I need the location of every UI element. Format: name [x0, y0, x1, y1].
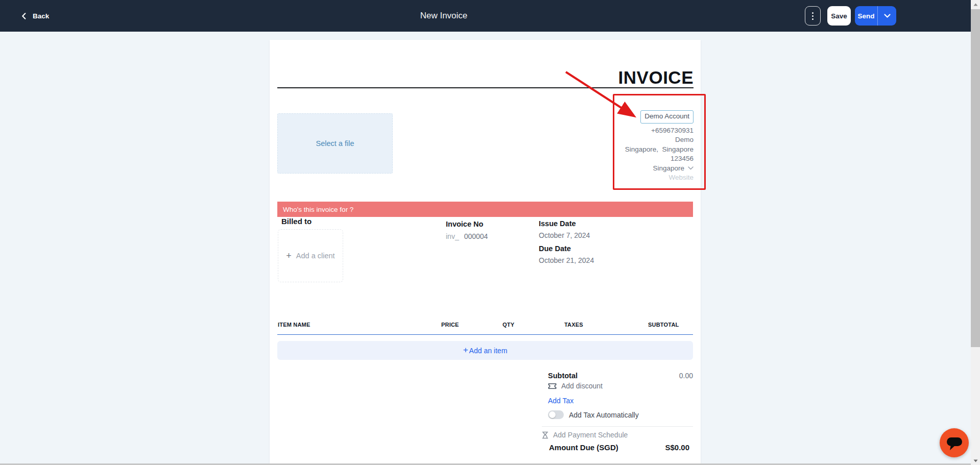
- horizontal-scrollbar[interactable]: [0, 463, 971, 465]
- add-tax-auto-row: Add Tax Automatically: [548, 410, 693, 419]
- issue-date-label: Issue Date: [539, 219, 576, 228]
- ticket-icon: [548, 383, 557, 389]
- hourglass-icon: [542, 431, 548, 439]
- due-date-label: Due Date: [539, 244, 571, 253]
- totals-divider: [542, 426, 693, 427]
- chevron-left-icon: [20, 12, 28, 20]
- heading-divider: [277, 87, 694, 88]
- company-details: Demo Account +6596730931 Demo Singapore,…: [499, 110, 694, 183]
- company-country-select[interactable]: Singapore: [653, 164, 694, 174]
- plus-icon: +: [286, 251, 292, 260]
- subtotal-row: Subtotal 0.00: [548, 372, 693, 380]
- billed-to-label: Billed to: [281, 217, 312, 226]
- triangle-up-icon: [973, 3, 978, 6]
- add-tax-auto-label: Add Tax Automatically: [569, 411, 639, 419]
- amount-due-row: Amount Due (SGD) S$0.00: [549, 443, 689, 452]
- send-button[interactable]: Send: [855, 6, 877, 26]
- amount-due-value: S$0.00: [665, 443, 689, 452]
- company-phone[interactable]: +6596730931: [499, 126, 694, 136]
- triangle-down-icon: [973, 459, 978, 462]
- company-address-line1[interactable]: Demo: [499, 135, 694, 145]
- column-header-taxes: TAXES: [564, 322, 583, 328]
- column-header-item-name: ITEM NAME: [278, 322, 310, 328]
- add-client-button[interactable]: + Add a client: [278, 229, 343, 282]
- invoice-no-value: 000004: [464, 232, 488, 240]
- back-label: Back: [33, 12, 49, 20]
- add-item-button[interactable]: + Add an item: [277, 341, 693, 360]
- company-website-placeholder[interactable]: Website: [499, 173, 694, 183]
- add-client-label: Add a client: [296, 252, 335, 260]
- column-header-qty: QTY: [503, 322, 514, 328]
- column-header-price: PRICE: [441, 322, 459, 328]
- add-tax-auto-toggle[interactable]: [548, 410, 564, 419]
- subtotal-label: Subtotal: [548, 372, 578, 380]
- send-split-button: Send: [855, 6, 896, 26]
- topbar: Back New Invoice Save Send: [0, 0, 980, 32]
- issue-date-field[interactable]: October 7, 2024: [539, 231, 590, 239]
- scrollbar-thumb[interactable]: [971, 9, 980, 347]
- invoice-card: INVOICE Select a file Demo Account +6596…: [270, 40, 701, 463]
- add-payment-schedule-label: Add Payment Schedule: [553, 431, 628, 439]
- column-header-subtotal: SUBTOTAL: [648, 322, 679, 328]
- add-discount-label: Add discount: [561, 382, 603, 390]
- invoice-heading: INVOICE: [618, 67, 694, 88]
- plus-icon: +: [463, 345, 468, 355]
- save-button[interactable]: Save: [827, 6, 851, 26]
- chevron-down-icon: [688, 166, 694, 170]
- back-button[interactable]: Back: [20, 0, 49, 32]
- invoice-no-field[interactable]: inv_000004: [446, 232, 488, 240]
- invoice-no-prefix: inv_: [446, 232, 459, 240]
- validation-banner: Who's this invoice for ?: [277, 202, 693, 217]
- scrollbar-up-button[interactable]: [971, 0, 980, 9]
- chevron-down-icon: [884, 14, 891, 18]
- page-title: New Invoice: [420, 0, 468, 32]
- app-window: Back New Invoice Save Send INVOICE Selec…: [0, 0, 980, 465]
- table-header-divider: [277, 334, 693, 335]
- totals-section: Subtotal 0.00 Add discount Add Tax Add T…: [548, 372, 693, 419]
- subtotal-value: 0.00: [679, 372, 693, 380]
- company-name-input[interactable]: Demo Account: [640, 110, 694, 124]
- add-tax-link[interactable]: Add Tax: [548, 397, 573, 405]
- speech-bubble-icon: [940, 428, 969, 457]
- add-payment-schedule-button[interactable]: Add Payment Schedule: [542, 431, 628, 439]
- amount-due-label: Amount Due (SGD): [549, 443, 618, 452]
- logo-upload-dropzone[interactable]: Select a file: [277, 113, 393, 174]
- send-dropdown-button[interactable]: [877, 6, 896, 26]
- due-date-field[interactable]: October 21, 2024: [539, 256, 594, 264]
- company-country-value: Singapore: [653, 164, 684, 174]
- file-upload-label: Select a file: [316, 139, 354, 148]
- more-options-button[interactable]: [805, 6, 821, 26]
- add-discount-button[interactable]: Add discount: [548, 382, 693, 390]
- vertical-scrollbar[interactable]: [971, 0, 980, 465]
- kebab-icon: [812, 12, 814, 14]
- banner-text: Who's this invoice for ?: [283, 206, 353, 213]
- company-address-line2[interactable]: Singapore, Singapore: [499, 145, 694, 155]
- add-item-label: Add an item: [469, 347, 508, 355]
- chat-widget-button[interactable]: [940, 428, 969, 457]
- company-postal-code[interactable]: 123456: [499, 154, 694, 164]
- scrollbar-down-button[interactable]: [971, 456, 980, 465]
- invoice-no-label: Invoice No: [446, 220, 483, 228]
